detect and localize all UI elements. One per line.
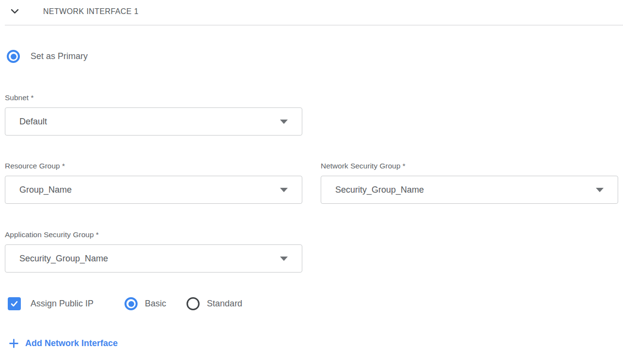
basic-label: Basic — [145, 299, 166, 309]
basic-option: Basic — [125, 297, 166, 310]
network-security-group-value: Security_Group_Name — [335, 185, 424, 195]
network-security-group-field: Network Security Group * Security_Group_… — [321, 162, 618, 204]
subnet-field: Subnet * Default — [5, 93, 623, 136]
add-network-interface-label: Add Network Interface — [25, 338, 118, 349]
chevron-down-icon[interactable] — [10, 7, 19, 16]
caret-down-icon — [596, 188, 604, 192]
caret-down-icon — [280, 188, 288, 192]
standard-option: Standard — [187, 297, 242, 310]
set-as-primary-row: Set as Primary — [7, 50, 623, 63]
assign-public-ip-label: Assign Public IP — [31, 299, 93, 309]
radio-dot — [11, 54, 16, 60]
section-title: NETWORK INTERFACE 1 — [43, 7, 139, 16]
add-network-interface-button[interactable]: Add Network Interface — [9, 338, 623, 349]
assign-public-ip-row: Assign Public IP Basic Standard — [8, 297, 623, 310]
network-security-group-select[interactable]: Security_Group_Name — [321, 176, 618, 204]
application-security-group-value: Security_Group_Name — [19, 254, 108, 264]
subnet-label: Subnet * — [5, 93, 623, 102]
plus-icon — [9, 338, 19, 349]
section-header: NETWORK INTERFACE 1 — [0, 0, 623, 16]
standard-label: Standard — [207, 299, 242, 309]
subnet-select[interactable]: Default — [5, 107, 302, 136]
basic-radio[interactable] — [125, 297, 138, 310]
network-security-group-label: Network Security Group * — [321, 162, 618, 170]
group-fields-row: Resource Group * Group_Name Network Secu… — [5, 162, 623, 204]
set-as-primary-radio[interactable] — [7, 50, 20, 63]
resource-group-select[interactable]: Group_Name — [5, 176, 302, 204]
resource-group-field: Resource Group * Group_Name — [5, 162, 302, 204]
set-as-primary-label: Set as Primary — [31, 51, 88, 61]
resource-group-label: Resource Group * — [5, 162, 302, 170]
caret-down-icon — [280, 257, 288, 261]
section-divider — [5, 25, 623, 26]
subnet-value: Default — [19, 117, 47, 127]
network-interface-form: NETWORK INTERFACE 1 Set as Primary Subne… — [0, 0, 623, 364]
application-security-group-field: Application Security Group * Security_Gr… — [5, 230, 623, 273]
standard-radio[interactable] — [187, 297, 200, 310]
assign-public-ip-checkbox[interactable] — [8, 297, 21, 310]
caret-down-icon — [280, 120, 288, 124]
radio-dot — [128, 301, 134, 307]
application-security-group-label: Application Security Group * — [5, 230, 623, 239]
chevron-down-icon-svg — [10, 7, 19, 16]
application-security-group-select[interactable]: Security_Group_Name — [5, 244, 302, 273]
checkmark-icon — [10, 300, 18, 308]
resource-group-value: Group_Name — [19, 185, 72, 195]
